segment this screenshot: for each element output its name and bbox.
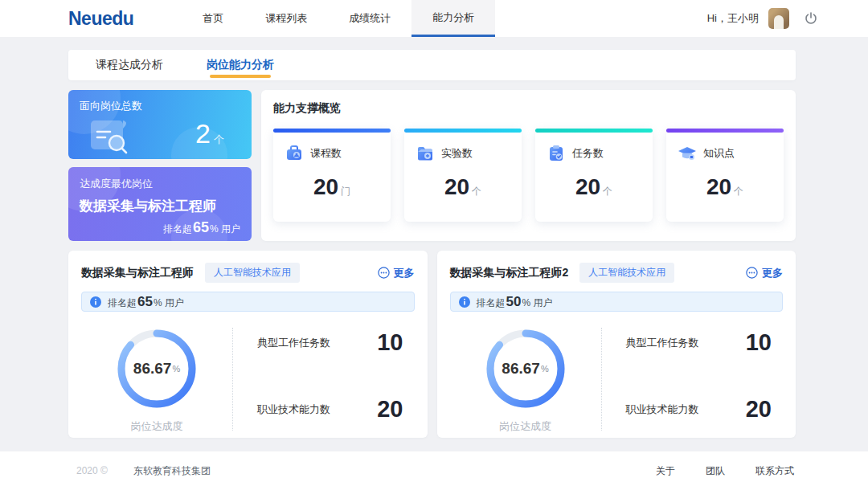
- stat-card-courses: 课程数 20门: [273, 129, 391, 222]
- top-navbar: Neuedu 首页 课程列表 成绩统计 能力分析 Hi，王小明: [0, 0, 868, 37]
- stat-unit: 个: [603, 186, 612, 197]
- main-nav: 首页 课程列表 成绩统计 能力分析: [182, 0, 495, 37]
- document-search-icon: [86, 114, 137, 156]
- stat-label: 实验数: [441, 146, 473, 161]
- nav-item-home[interactable]: 首页: [182, 0, 244, 37]
- more-button[interactable]: 更多: [746, 266, 783, 280]
- experiment-icon: [416, 144, 435, 163]
- best-job-name: 数据采集与标注工程师: [80, 197, 240, 215]
- main-area: 课程达成分析 岗位能力分析 面向岗位总数: [0, 37, 868, 451]
- stat-card-knowledge: 知识点 20个: [666, 129, 784, 222]
- nav-item-ability[interactable]: 能力分析: [411, 0, 495, 37]
- best-job-title: 达成度最优岗位: [80, 177, 240, 191]
- stat-card-experiments: 实验数 20个: [404, 129, 522, 222]
- analysis-tabbar: 课程达成分析 岗位能力分析: [68, 50, 796, 80]
- info-icon: [459, 296, 470, 308]
- user-greeting: Hi，王小明: [707, 11, 759, 26]
- knowledge-icon: [678, 144, 697, 163]
- achievement-percent: 86.67: [133, 360, 172, 378]
- job-tag[interactable]: 人工智能技术应用: [205, 263, 300, 283]
- ability-support-overview-panel: 能力支撑概览: [261, 90, 796, 241]
- stat-card-tasks: 任务数 20个: [535, 129, 653, 222]
- best-job-rank: 排名超65% 用户: [80, 219, 240, 236]
- achievement-label: 岗位达成度: [450, 419, 601, 434]
- rank-value: 65: [137, 294, 153, 309]
- achievement-donut: 86.67% 岗位达成度: [81, 325, 232, 434]
- stat-unit: 个: [734, 186, 743, 197]
- best-job-card: 达成度最优岗位 数据采集与标注工程师 排名超65% 用户: [68, 167, 252, 241]
- job-title: 数据采集与标注工程师2: [450, 266, 569, 280]
- info-icon: [90, 296, 101, 308]
- stat-unit: 个: [472, 186, 481, 197]
- nav-item-grades[interactable]: 成绩统计: [328, 0, 411, 37]
- rank-banner: 排名超50% 用户: [450, 292, 784, 312]
- stat-value: 20: [706, 174, 731, 199]
- stat-label: 课程数: [310, 146, 342, 161]
- metric-row-tasks: 典型工作任务数 10: [626, 329, 772, 356]
- achievement-donut: 86.67% 岗位达成度: [450, 325, 601, 434]
- achievement-label: 岗位达成度: [81, 419, 232, 434]
- rank-text: 排名超65% 用户: [108, 294, 184, 310]
- footer-link-about[interactable]: 关于: [656, 464, 675, 478]
- job-panel-2: 数据采集与标注工程师2 人工智能技术应用 更多: [437, 251, 796, 438]
- best-job-rank-value: 65: [193, 219, 209, 235]
- stat-label: 知识点: [703, 146, 735, 161]
- tab-job-ability-analysis[interactable]: 岗位能力分析: [192, 50, 289, 80]
- footer-link-contact[interactable]: 联系方式: [755, 464, 794, 478]
- metric-row-skills: 职业技术能力数 20: [626, 396, 772, 423]
- rank-value: 50: [506, 294, 522, 309]
- page-footer: 2020 © 东软教育科技集团 关于 团队 联系方式: [0, 451, 868, 490]
- rank-banner: 排名超65% 用户: [81, 292, 415, 312]
- stat-value: 20: [444, 174, 469, 199]
- ellipsis-circle-icon: [746, 267, 758, 279]
- user-area: Hi，王小明: [707, 0, 820, 37]
- stat-value: 20: [313, 174, 338, 199]
- job-tag[interactable]: 人工智能技术应用: [579, 263, 674, 283]
- metric-row-skills: 职业技术能力数 20: [257, 396, 403, 423]
- ellipsis-circle-icon: [378, 267, 390, 279]
- user-avatar[interactable]: [768, 8, 789, 29]
- tab-course-analysis[interactable]: 课程达成分析: [81, 50, 178, 80]
- company-name: 东软教育科技集团: [133, 464, 211, 478]
- brand-logo[interactable]: Neuedu: [68, 8, 133, 30]
- logout-power-icon[interactable]: [802, 10, 820, 27]
- stat-value: 20: [575, 174, 600, 199]
- copyright: 2020 ©: [76, 465, 108, 476]
- jobs-total-unit: 个: [214, 133, 224, 145]
- job-title: 数据采集与标注工程师: [81, 266, 194, 280]
- footer-link-team[interactable]: 团队: [706, 464, 725, 478]
- dashboard-page: Neuedu 首页 课程列表 成绩统计 能力分析 Hi，王小明 课程达成分析 岗…: [0, 0, 868, 490]
- jobs-total-value: 2: [195, 118, 211, 149]
- stat-unit: 门: [341, 186, 350, 197]
- job-panel-1: 数据采集与标注工程师 人工智能技术应用 更多: [68, 251, 428, 438]
- course-icon: [285, 144, 304, 163]
- nav-item-courses[interactable]: 课程列表: [244, 0, 328, 37]
- jobs-total-card: 面向岗位总数 2个: [68, 90, 252, 159]
- task-icon: [547, 144, 566, 163]
- achievement-percent: 86.67: [502, 360, 540, 378]
- jobs-total-title: 面向岗位总数: [80, 99, 240, 113]
- more-button[interactable]: 更多: [378, 266, 415, 280]
- rank-text: 排名超50% 用户: [477, 294, 553, 310]
- stat-label: 任务数: [572, 146, 604, 161]
- overview-title: 能力支撑概览: [273, 101, 784, 116]
- metric-row-tasks: 典型工作任务数 10: [257, 329, 403, 356]
